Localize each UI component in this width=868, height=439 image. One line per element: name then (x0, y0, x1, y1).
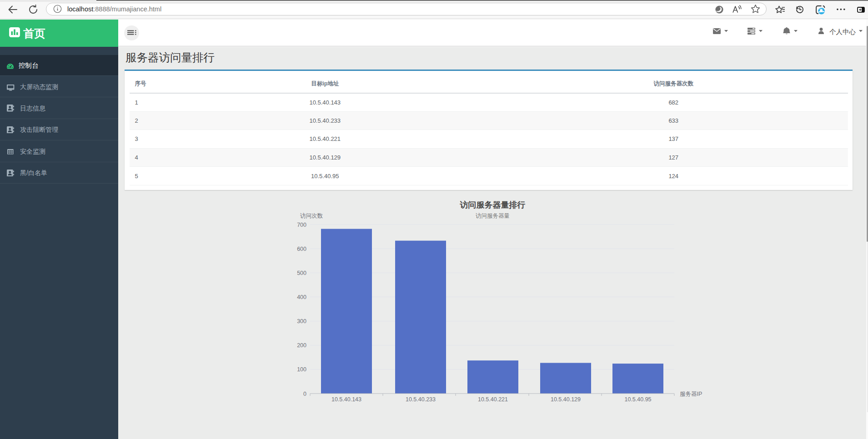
svg-text:10.5.40.95: 10.5.40.95 (624, 396, 651, 403)
svg-text:访问服务器量: 访问服务器量 (476, 213, 510, 219)
svg-text:10.5.40.221: 10.5.40.221 (478, 396, 508, 403)
svg-text:400: 400 (297, 294, 306, 300)
svg-text:600: 600 (297, 246, 306, 252)
svg-text:0: 0 (303, 391, 306, 397)
svg-text:700: 700 (297, 222, 306, 228)
svg-text:10.5.40.143: 10.5.40.143 (331, 396, 361, 403)
svg-text:200: 200 (297, 342, 306, 349)
svg-text:10.5.40.233: 10.5.40.233 (406, 396, 436, 403)
svg-text:服务器IP: 服务器IP (680, 391, 702, 397)
svg-text:访问次数: 访问次数 (300, 213, 323, 219)
svg-text:10.5.40.129: 10.5.40.129 (551, 396, 581, 403)
svg-text:300: 300 (297, 318, 306, 324)
svg-text:500: 500 (297, 270, 306, 276)
svg-text:100: 100 (297, 366, 306, 373)
svg-text:访问服务器量排行: 访问服务器量排行 (460, 200, 526, 210)
